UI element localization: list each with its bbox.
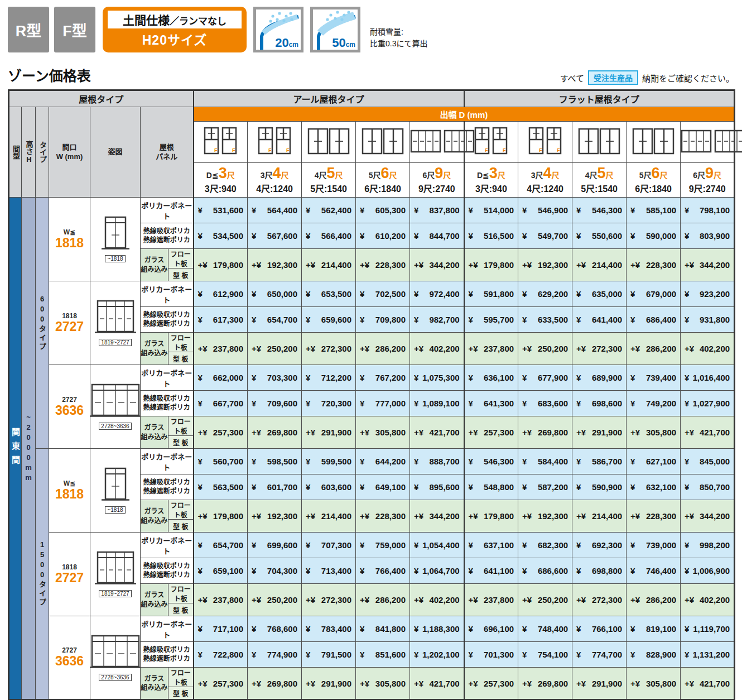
figure-dimension-label: 1819~2727 <box>99 590 131 597</box>
price-cell: ¥560,700 <box>194 449 248 474</box>
panel-label-glass: ガラス組み込み <box>141 668 168 700</box>
price-cell: ¥603,600 <box>302 474 356 500</box>
svg-text:F: F <box>268 147 272 153</box>
col-header-roof-panel: 屋根パネル <box>141 107 194 198</box>
window-config-icon <box>681 122 735 163</box>
price-cell: +¥214,400 <box>572 500 627 533</box>
price-cell: ¥698,800 <box>572 558 627 584</box>
elevation-figure: ~1818 <box>90 449 141 533</box>
price-cell: ¥531,600 <box>194 198 248 223</box>
title-row: ゾーン価格表 すべて 受注生産品 納期をご確認ください。 <box>8 65 734 85</box>
price-cell: ¥667,700 <box>194 391 248 416</box>
price-cell: +¥257,300 <box>194 668 248 700</box>
roof-type-label: 600タイプ <box>36 198 49 449</box>
price-cell: ¥1,016,400 <box>681 365 735 391</box>
price-cell: ¥819,100 <box>627 616 681 642</box>
price-cell: ¥686,400 <box>627 307 681 333</box>
roof-type-label: 1500タイプ <box>36 449 49 700</box>
price-cell: ¥1,054,400 <box>410 533 464 558</box>
price-cell: ¥682,300 <box>518 533 572 558</box>
price-cell: +¥291,900 <box>302 668 356 700</box>
price-cell: ¥586,700 <box>572 449 627 474</box>
price-cell: +¥269,800 <box>518 416 572 449</box>
panel-label-float-plate: フロート板 <box>168 249 194 269</box>
window-config-icon: FF <box>248 122 302 163</box>
price-cell: +¥305,800 <box>627 416 681 449</box>
price-cell: ¥768,600 <box>248 616 302 642</box>
panel-label-glass: ガラス組み込み <box>141 333 168 365</box>
price-cell: ¥749,200 <box>627 391 681 416</box>
window-config-icon: FF <box>518 122 572 163</box>
order-note: すべて 受注生産品 納期をご確認ください。 <box>560 70 734 85</box>
price-cell: +¥237,800 <box>194 333 248 365</box>
depth-range-header: 3尺4尺4尺:1240 <box>518 163 572 198</box>
price-cell: +¥192,300 <box>518 500 572 533</box>
panel-label-heat-poly: 熱線吸収ポリカ熱線遮断ポリカ <box>141 474 194 500</box>
width-range-label: 27273636 <box>49 365 90 449</box>
figure-dimension-label: ~1818 <box>105 255 125 262</box>
spec-badge: 土間仕様／ランマなし H20サイズ <box>103 7 247 52</box>
price-cell: ¥702,500 <box>356 281 410 307</box>
snow-load-50-icon: 50cm <box>310 7 360 52</box>
price-cell: ¥759,000 <box>356 533 410 558</box>
price-cell: +¥179,800 <box>464 500 518 533</box>
price-cell: ¥1,006,900 <box>681 558 735 584</box>
svg-text:F: F <box>485 147 488 153</box>
price-cell: ¥766,400 <box>356 558 410 584</box>
price-cell: ¥803,900 <box>681 223 735 249</box>
price-cell: +¥192,300 <box>518 249 572 281</box>
price-cell: +¥250,200 <box>518 584 572 616</box>
depth-range-header: 5尺6尺6尺:1840 <box>627 163 681 198</box>
depth-band-header: 出幅 D (mm) <box>194 107 735 122</box>
table-row: 272736362728~3636ポリカーボネート¥717,100¥768,60… <box>9 616 735 642</box>
width-range-label: W≦1818 <box>49 449 90 533</box>
price-cell: ¥659,600 <box>302 307 356 333</box>
price-cell: ¥713,400 <box>302 558 356 584</box>
price-cell: ¥777,000 <box>356 391 410 416</box>
col-header-figure: 姿図 <box>90 107 141 198</box>
price-cell: ¥754,100 <box>518 642 572 668</box>
price-cell: +¥228,300 <box>356 500 410 533</box>
price-cell: ¥635,000 <box>572 281 627 307</box>
price-cell: ¥564,400 <box>248 198 302 223</box>
window-config-icon: FF <box>194 122 248 163</box>
price-cell: +¥305,800 <box>356 416 410 449</box>
width-range-label: 18182727 <box>49 281 90 365</box>
price-cell: ¥850,700 <box>681 474 735 500</box>
price-cell: +¥237,800 <box>464 333 518 365</box>
made-to-order-badge: 受注生産品 <box>588 70 638 85</box>
figure-dimension-label: 2728~3636 <box>99 423 131 430</box>
panel-label-pattern-plate: 型 板 <box>168 687 194 700</box>
elevation-figure: ~1818 <box>90 198 141 281</box>
header-badges: R型 F型 土間仕様／ランマなし H20サイズ 20cm 50cm 耐積雪量: … <box>8 7 742 52</box>
price-cell: +¥402,200 <box>410 584 464 616</box>
r-type-badge: R型 <box>8 7 49 52</box>
price-cell: ¥798,100 <box>681 198 735 223</box>
price-cell: +¥272,300 <box>302 584 356 616</box>
price-cell: +¥286,200 <box>627 584 681 616</box>
panel-label-polycarbonate: ポリカーボネート <box>141 281 194 307</box>
price-cell: ¥739,400 <box>627 365 681 391</box>
price-cell: +¥269,800 <box>518 668 572 700</box>
price-cell: ¥701,300 <box>464 642 518 668</box>
price-cell: ¥516,500 <box>464 223 518 249</box>
price-cell: +¥305,800 <box>627 668 681 700</box>
price-cell: ¥709,600 <box>248 391 302 416</box>
price-cell: ¥633,500 <box>518 307 572 333</box>
price-cell: ¥534,500 <box>194 223 248 249</box>
spec-badge-title: 土間仕様／ランマなし <box>108 11 242 28</box>
price-cell: ¥851,600 <box>356 642 410 668</box>
depth-range-header: 3尺4尺4尺:1240 <box>248 163 302 198</box>
price-cell: +¥344,200 <box>681 249 735 281</box>
price-cell: ¥590,900 <box>572 474 627 500</box>
price-cell: +¥291,900 <box>302 416 356 449</box>
price-cell: ¥641,300 <box>464 391 518 416</box>
price-cell: ¥998,200 <box>681 533 735 558</box>
panel-label-polycarbonate: ポリカーボネート <box>141 365 194 391</box>
price-cell: ¥844,700 <box>410 223 464 249</box>
price-cell: +¥272,300 <box>572 333 627 365</box>
figure-dimension-label: 2728~3636 <box>99 674 131 681</box>
price-cell: +¥250,200 <box>518 333 572 365</box>
price-cell: +¥421,700 <box>410 416 464 449</box>
price-cell: ¥707,300 <box>302 533 356 558</box>
